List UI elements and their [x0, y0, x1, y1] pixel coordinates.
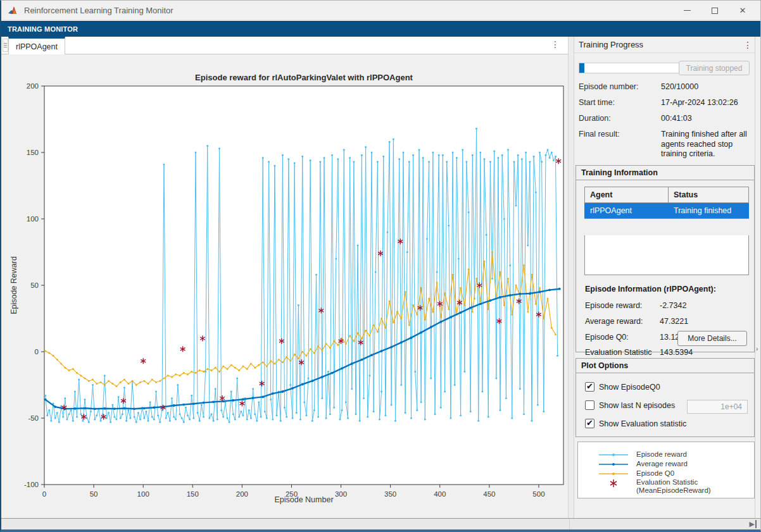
average-reward-series-marker — [173, 404, 175, 407]
plot-options-group: Plot Options Show EpisodeQ0 Show last N … — [575, 358, 755, 437]
episode-reward-series-marker — [400, 384, 402, 386]
table-row[interactable]: rlPPOAgent Training finished — [585, 203, 749, 219]
episode-q0-series-marker — [329, 347, 331, 349]
episode-reward-series-marker — [185, 407, 187, 409]
chart-legend[interactable]: Episode rewardAverage rewardEpisode Q0Ev… — [577, 442, 755, 498]
episode-reward-series-marker — [408, 161, 410, 163]
tab-menu-dots-icon[interactable]: ⋮ — [550, 39, 560, 49]
episode-q0-series-marker — [547, 298, 549, 300]
legend-entry-label: Episode Q0 — [636, 469, 674, 478]
episode-reward-series-marker — [127, 409, 129, 411]
episode-reward-series-marker — [276, 414, 278, 416]
ribbon-tab-training-monitor[interactable]: TRAINING MONITOR — [1, 25, 84, 33]
last-n-checkbox[interactable] — [585, 400, 594, 410]
average-reward-series-marker — [499, 296, 501, 299]
episode-q0-series-marker — [428, 298, 430, 300]
maximize-button[interactable] — [701, 1, 729, 20]
x-tick-label: 100 — [137, 490, 149, 498]
episode-reward-chart[interactable]: Episode reward for rlAutoParkingValet wi… — [1, 54, 568, 518]
tab-rlppoagent[interactable]: rlPPOAgent — [8, 37, 65, 54]
episode-q0-series-marker — [298, 357, 299, 359]
legend-entry[interactable]: Episode Q0 — [596, 469, 754, 478]
episode-reward-series-marker — [122, 413, 123, 415]
more-details-button[interactable]: More Details... — [677, 331, 747, 346]
average-reward-series-marker — [450, 316, 452, 319]
x-tick-label: 150 — [187, 490, 199, 498]
episode-q0-series-marker — [396, 311, 398, 313]
evaluation-checkbox[interactable] — [585, 419, 594, 428]
episode-reward-series-marker — [195, 152, 197, 154]
episode-q0-series-marker — [155, 381, 157, 383]
episode-reward-series-marker — [544, 154, 546, 156]
average-reward-series-marker — [94, 407, 96, 410]
average-reward-series-marker — [182, 404, 185, 406]
grip-icon[interactable] — [3, 39, 8, 52]
episode-q0-series-marker — [120, 381, 122, 383]
last-n-episodes-input[interactable]: 1e+04 — [687, 400, 748, 414]
episode-q0-series-marker — [116, 385, 118, 387]
episode-reward-series-marker — [324, 157, 325, 159]
episode-q0-series-marker — [167, 374, 169, 376]
episode-reward-series-marker — [551, 152, 553, 154]
average-reward-series-marker — [430, 326, 432, 328]
episode-reward-series-marker — [84, 399, 86, 400]
x-tick-label: 400 — [434, 490, 446, 498]
episode-reward-series-marker — [220, 409, 222, 411]
option-show-evaluation[interactable]: Show Evaluation statistic — [585, 419, 686, 428]
episode-q0-series-marker — [317, 345, 319, 347]
episode-reward-series-marker — [167, 412, 169, 414]
episode-reward-series-marker — [94, 419, 96, 421]
episode-q0-series-marker — [60, 362, 62, 364]
episode-reward-series-marker — [54, 418, 56, 419]
agents-table[interactable]: Agent Status rlPPOAgent Training finishe… — [584, 187, 749, 219]
episode-q0-series-marker — [139, 381, 141, 383]
episodeq0-checkbox[interactable] — [585, 382, 594, 392]
episode-q0-series-marker — [187, 373, 189, 375]
option-show-last-n[interactable]: Show last N episodes — [585, 400, 675, 410]
average-reward-series-marker — [143, 407, 146, 409]
legend-entry[interactable]: Episode reward — [596, 450, 754, 459]
skip-end-icon[interactable]: ▶ — [750, 520, 757, 528]
right-collapse-rail[interactable]: › — [755, 37, 761, 518]
progress-fill — [579, 63, 584, 73]
episode-reward-series-marker — [341, 409, 343, 411]
episode-q0-series-marker — [56, 359, 58, 361]
episode-q0-series-marker — [203, 371, 204, 373]
episode-reward-series-marker — [462, 149, 463, 151]
episode-q0-series-marker — [159, 380, 161, 382]
episode-q0-series-marker — [282, 361, 284, 363]
episode-q0-series-marker — [543, 318, 544, 319]
episode-q0-series-marker — [289, 360, 291, 362]
episode-reward-value: -2.7342 — [660, 301, 686, 310]
panel-splitter[interactable] — [568, 37, 574, 518]
episode-reward-series-marker — [500, 409, 501, 411]
episode-q0-series-marker — [484, 261, 486, 263]
episode-reward-series-marker — [365, 146, 367, 148]
option-show-episodeq0[interactable]: Show EpisodeQ0 — [585, 382, 660, 392]
average-reward-series-marker — [153, 406, 156, 409]
episode-q0-series-marker — [179, 374, 181, 376]
episode-q0-series-marker — [463, 304, 465, 306]
episode-reward-series-marker — [329, 413, 331, 415]
episode-reward-series-marker — [58, 421, 60, 423]
episode-q0-series-marker — [310, 348, 311, 350]
episode-reward-series-marker — [96, 414, 97, 416]
episode-reward-series-marker — [296, 412, 298, 414]
close-button[interactable]: ✕ — [729, 1, 757, 20]
average-reward-series-marker — [529, 292, 531, 295]
legend-entry[interactable]: Evaluation Statistic(MeanEpisodeReward) — [596, 478, 754, 488]
agents-table-header-agent[interactable]: Agent — [585, 187, 669, 203]
episode-q0-series-marker — [92, 379, 94, 381]
panel-menu-dots-icon[interactable]: ⋮ — [743, 40, 752, 50]
training-stopped-button[interactable]: Training stopped — [679, 61, 750, 75]
average-reward-series-marker — [410, 337, 413, 339]
minimize-button[interactable] — [673, 1, 701, 20]
legend-entry[interactable]: Average reward — [596, 459, 754, 469]
episode-reward-series-marker — [519, 388, 521, 390]
average-reward-series-marker — [282, 390, 284, 393]
chart-panel[interactable]: Episode reward for rlAutoParkingValet wi… — [1, 54, 568, 518]
agents-table-empty-area — [584, 235, 749, 275]
agents-table-header-status[interactable]: Status — [669, 187, 749, 203]
episode-reward-series-marker — [192, 418, 194, 419]
episode-reward-series-marker — [489, 161, 491, 163]
